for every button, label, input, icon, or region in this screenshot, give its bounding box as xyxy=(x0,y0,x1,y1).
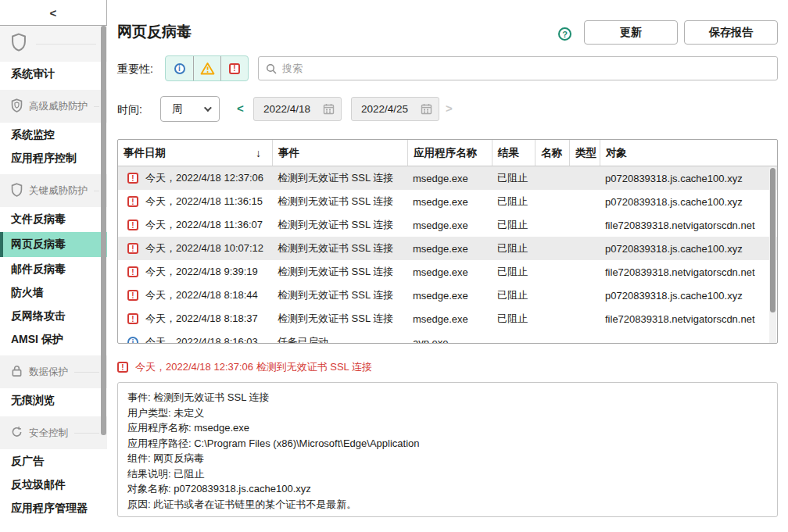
cell-app-name: msedge.exe xyxy=(407,266,492,278)
sidebar-item-label: 文件反病毒 xyxy=(11,212,66,227)
page-title: 网页反病毒 xyxy=(117,22,192,42)
table-row[interactable]: !今天，2022/4/18 8:18:37检测到无效证书 SSL 连接msedg… xyxy=(118,307,777,330)
next-period-button[interactable]: > xyxy=(446,102,453,115)
cell-object: p0720839318.js.cache100.xyz xyxy=(600,196,777,208)
detail-line: 原因: 此证书或者在证书链里的某个证书不是最新。 xyxy=(127,497,768,512)
time-label: 时间: xyxy=(117,103,142,117)
importance-critical-toggle[interactable]: ! xyxy=(220,56,248,80)
critical-icon: ! xyxy=(127,243,138,254)
cell-event-date: 今天，2022/4/18 8:18:44 xyxy=(145,288,258,302)
sidebar-scrollbar[interactable] xyxy=(101,26,106,435)
column-header-label: 名称 xyxy=(541,146,562,160)
sidebar-item-label: 系统监控 xyxy=(11,128,55,142)
cell-event-date: 今天，2022/4/18 11:36:15 xyxy=(145,195,263,209)
column-header-label: 事件 xyxy=(278,146,299,160)
sidebar-item-AMSI 保护[interactable]: AMSI 保护 xyxy=(0,329,107,351)
detail-line: 结果说明: 已阻止 xyxy=(127,466,768,482)
sidebar-item-反垃圾邮件[interactable]: 反垃圾邮件 xyxy=(0,474,107,496)
column-header-结果[interactable]: 结果 xyxy=(492,140,535,166)
importance-info-toggle[interactable]: i xyxy=(166,56,193,80)
table-header-row: 事件日期↓事件应用程序名称结果名称类型对象 xyxy=(118,140,777,166)
search-box xyxy=(258,56,778,80)
detail-line: 组件: 网页反病毒 xyxy=(127,451,768,466)
column-header-名称[interactable]: 名称 xyxy=(535,140,569,166)
prev-period-button[interactable]: < xyxy=(237,102,244,115)
back-button[interactable]: < xyxy=(0,0,107,26)
cell-result: 已阻止 xyxy=(492,171,535,185)
column-header-事件日期[interactable]: 事件日期↓ xyxy=(118,140,272,166)
table-row[interactable]: !今天，2022/4/18 11:36:07检测到无效证书 SSL 连接msed… xyxy=(118,213,777,237)
sidebar-item-反网络攻击[interactable]: 反网络攻击 xyxy=(0,305,107,327)
table-row[interactable]: !今天，2022/4/18 12:37:06检测到无效证书 SSL 连接msed… xyxy=(118,166,777,190)
sidebar-item-无痕浏览[interactable]: 无痕浏览 xyxy=(0,390,107,412)
cell-result: 已阻止 xyxy=(492,312,535,326)
sidebar-item-label: 网页反病毒 xyxy=(11,237,66,252)
save-report-button[interactable]: 保存报告 xyxy=(684,20,778,45)
cell-result: 已阻止 xyxy=(492,218,535,232)
sidebar-section-数据保护[interactable]: 数据保护 xyxy=(0,355,107,388)
sidebar-item-应用程序控制[interactable]: 应用程序控制 xyxy=(0,148,107,170)
table-scrollbar-track[interactable] xyxy=(769,167,776,343)
cell-event: 检测到无效证书 SSL 连接 xyxy=(272,288,407,302)
table-scrollbar-thumb[interactable] xyxy=(770,168,775,312)
table-row[interactable]: !今天，2022/4/18 11:36:15检测到无效证书 SSL 连接msed… xyxy=(118,190,777,213)
app-logo xyxy=(0,26,107,62)
sidebar-item-网页反病毒[interactable]: 网页反病毒 xyxy=(0,232,107,257)
cell-result: 已阻止 xyxy=(492,288,535,302)
sidebar-item-系统审计[interactable]: 系统审计 xyxy=(0,63,107,85)
column-header-对象[interactable]: 对象 xyxy=(600,140,777,166)
sidebar-section-安全控制[interactable]: 安全控制 xyxy=(0,416,107,449)
date-from-field[interactable]: 2022/4/18 xyxy=(253,97,342,121)
help-icon[interactable]: ? xyxy=(558,27,571,41)
table-row[interactable]: !今天，2022/4/18 8:18:44检测到无效证书 SSL 连接msedg… xyxy=(118,284,777,307)
sidebar-item-label: 系统审计 xyxy=(11,67,55,81)
table-row[interactable]: i今天，2022/4/18 8:16:03任务已启动avp.exe xyxy=(118,330,777,344)
column-header-事件[interactable]: 事件 xyxy=(272,140,407,166)
sidebar-item-反广告[interactable]: 反广告 xyxy=(0,451,107,473)
importance-warning-toggle[interactable] xyxy=(193,56,220,80)
column-header-label: 对象 xyxy=(606,146,627,160)
column-header-应用程序名称[interactable]: 应用程序名称 xyxy=(407,140,492,166)
sidebar-section-label: 高级威胁防护 xyxy=(29,100,88,113)
date-to-field[interactable]: 2022/4/25 xyxy=(351,97,439,121)
period-select[interactable]: 周 xyxy=(160,96,220,122)
column-header-label: 事件日期 xyxy=(124,146,166,160)
sidebar-item-文件反病毒[interactable]: 文件反病毒 xyxy=(0,209,107,230)
column-header-label: 结果 xyxy=(498,146,519,160)
sidebar-section-关键威胁防护[interactable]: 关键威胁防护 xyxy=(0,174,107,207)
table-row[interactable]: !今天，2022/4/18 10:07:12检测到无效证书 SSL 连接msed… xyxy=(118,237,777,260)
cell-object: p0720839318.js.cache100.xyz xyxy=(600,173,777,184)
critical-icon: ! xyxy=(117,362,128,373)
cell-app-name: msedge.exe xyxy=(407,313,492,325)
cell-event-date: 今天，2022/4/18 9:39:19 xyxy=(145,265,258,279)
cell-event: 检测到无效证书 SSL 连接 xyxy=(272,241,407,255)
sidebar-section-label: 数据保护 xyxy=(29,366,68,379)
search-input[interactable] xyxy=(282,62,770,74)
sidebar-item-防火墙[interactable]: 防火墙 xyxy=(0,282,107,304)
table-row[interactable]: !今天，2022/4/18 9:39:19检测到无效证书 SSL 连接msedg… xyxy=(118,260,777,284)
critical-icon: ! xyxy=(127,313,138,324)
sidebar-nav: 系统审计高级威胁防护系统监控应用程序控制关键威胁防护文件反病毒网页反病毒邮件反病… xyxy=(0,26,107,532)
sidebar-item-邮件反病毒[interactable]: 邮件反病毒 xyxy=(0,259,107,280)
info-icon: i xyxy=(127,337,138,344)
sidebar-item-系统监控[interactable]: 系统监控 xyxy=(0,124,107,146)
critical-icon: ! xyxy=(127,196,138,207)
cell-app-name: msedge.exe xyxy=(407,220,492,231)
cell-object: file720839318.netvigatorscdn.net xyxy=(600,313,777,325)
divider xyxy=(94,191,99,191)
calendar-icon xyxy=(421,103,432,115)
cell-result: 已阻止 xyxy=(492,241,535,255)
column-header-label: 应用程序名称 xyxy=(414,146,477,160)
sidebar-section-高级威胁防护[interactable]: 高级威胁防护 xyxy=(0,90,107,123)
sidebar-item-label: 应用程序控制 xyxy=(11,152,77,166)
sidebar-item-label: AMSI 保护 xyxy=(11,333,63,347)
cell-result: 已阻止 xyxy=(492,195,535,209)
sidebar-item-应用程序管理器[interactable]: 应用程序管理器 xyxy=(0,498,107,520)
period-value: 周 xyxy=(172,102,183,116)
cell-event: 检测到无效证书 SSL 连接 xyxy=(272,265,407,279)
update-button[interactable]: 更新 xyxy=(584,20,678,45)
column-header-类型[interactable]: 类型 xyxy=(569,140,600,166)
critical-icon: ! xyxy=(127,220,138,230)
warning-icon xyxy=(200,62,215,75)
date-from-value: 2022/4/18 xyxy=(263,103,310,115)
